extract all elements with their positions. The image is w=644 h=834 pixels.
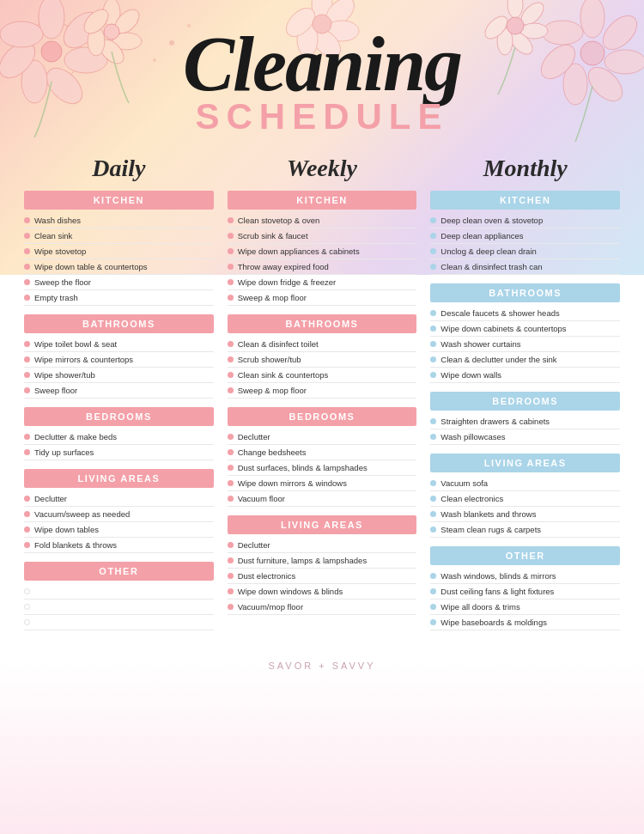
task-text: Deep clean appliances bbox=[440, 231, 523, 240]
task-dot-icon bbox=[430, 217, 436, 223]
task-dot-icon bbox=[228, 449, 234, 455]
task-dot-icon bbox=[24, 542, 30, 548]
task-text: Wipe down fridge & freezer bbox=[238, 277, 337, 287]
task-text: Change bedsheets bbox=[238, 447, 307, 457]
task-dot-icon bbox=[430, 341, 436, 347]
task-list-weekly-living-areas: DeclutterDust furniture, lamps & lampsha… bbox=[228, 538, 417, 615]
task-text: Deep clean oven & stovetop bbox=[440, 216, 543, 225]
task-text: Dust surfaces, blinds & lampshades bbox=[238, 463, 368, 472]
list-item: Wipe down windows & blinds bbox=[228, 584, 417, 600]
list-item: Empty trash bbox=[24, 290, 214, 306]
list-item: Clean & dinsinfect trash can bbox=[430, 259, 620, 275]
task-dot-icon bbox=[24, 279, 30, 285]
list-item: Deep clean appliances bbox=[430, 228, 620, 244]
task-dot-icon bbox=[228, 496, 234, 502]
task-text: Vacuum floor bbox=[238, 494, 285, 503]
list-item: Sweep the floor bbox=[24, 275, 214, 290]
task-text: Declutter bbox=[238, 432, 270, 441]
list-item: Unclog & deep clean drain bbox=[430, 244, 620, 259]
task-dot-icon bbox=[228, 465, 234, 471]
task-dot-icon bbox=[430, 248, 436, 254]
task-text: Clean & declutter under the sink bbox=[440, 355, 556, 364]
task-text: Sweep floor bbox=[34, 386, 77, 395]
list-item: Clean & declutter under the sink bbox=[430, 352, 620, 368]
task-dot-icon bbox=[430, 573, 436, 579]
task-text: Wash windows, blinds & mirrors bbox=[440, 571, 556, 581]
list-item bbox=[24, 600, 214, 615]
list-item: Wipe toilet bowl & seat bbox=[24, 337, 214, 352]
list-item: Wipe down fridge & freezer bbox=[228, 275, 417, 290]
title-cleaning: Cleaning bbox=[0, 26, 644, 103]
task-text: Wipe down walls bbox=[440, 370, 501, 380]
task-dot-icon bbox=[228, 341, 234, 347]
task-text: Straighten drawers & cabinets bbox=[440, 417, 550, 426]
task-dot-icon bbox=[430, 372, 436, 378]
task-text: Sweep & mop floor bbox=[238, 386, 307, 395]
task-dot-icon bbox=[24, 264, 30, 270]
task-dot-icon bbox=[228, 295, 234, 301]
title-schedule: SCHEDULE bbox=[0, 96, 644, 137]
task-dot-icon bbox=[24, 434, 30, 440]
task-list-monthly-bathrooms: Descale faucets & shower headsWipe down … bbox=[430, 306, 620, 383]
task-text: Scrub sink & faucet bbox=[238, 231, 308, 240]
task-text: Vacuum/sweep as needed bbox=[34, 509, 130, 519]
list-item: Throw away expired food bbox=[228, 259, 417, 275]
task-text: Dust furniture, lamps & lampshades bbox=[238, 556, 367, 565]
task-text: Wipe stovetop bbox=[34, 247, 86, 256]
task-text: Wipe down cabinets & countertops bbox=[440, 324, 566, 333]
task-dot-icon bbox=[24, 372, 30, 378]
task-list-weekly-kitchen: Clean stovetop & ovenScrub sink & faucet… bbox=[228, 213, 417, 306]
task-text: Fold blankets & throws bbox=[34, 540, 117, 550]
list-item: Declutter bbox=[228, 429, 417, 445]
task-dot-icon bbox=[228, 248, 234, 254]
task-text: Declutter & make beds bbox=[34, 432, 117, 441]
section-header-weekly-bathrooms: BATHROOMS bbox=[228, 314, 417, 333]
task-list-monthly-bedrooms: Straighten drawers & cabinetsWash pillow… bbox=[430, 414, 620, 445]
task-dot-icon bbox=[430, 264, 436, 270]
task-text: Wipe down tables bbox=[34, 525, 99, 534]
task-list-weekly-bedrooms: DeclutterChange bedsheetsDust surfaces, … bbox=[228, 429, 417, 507]
section-header-monthly-bedrooms: BEDROOMS bbox=[430, 392, 620, 411]
list-item: Scrub sink & faucet bbox=[228, 228, 417, 244]
task-dot-icon bbox=[228, 573, 234, 579]
list-item: Vacuum sofa bbox=[430, 476, 620, 491]
task-list-daily-bathrooms: Wipe toilet bowl & seatWipe mirrors & co… bbox=[24, 337, 214, 399]
task-dot-icon bbox=[228, 233, 234, 239]
task-dot-icon bbox=[24, 295, 30, 301]
list-item: Dust surfaces, blinds & lampshades bbox=[228, 460, 417, 476]
task-list-daily-kitchen: Wash dishesClean sinkWipe stovetopWipe d… bbox=[24, 213, 214, 306]
task-dot-icon bbox=[24, 341, 30, 347]
list-item: Wash windows, blinds & mirrors bbox=[430, 569, 620, 584]
task-dot-icon bbox=[228, 604, 234, 610]
section-header-monthly-bathrooms: BATHROOMS bbox=[430, 283, 620, 302]
task-dot-icon bbox=[24, 619, 30, 625]
task-dot-icon bbox=[430, 434, 436, 440]
task-text: Declutter bbox=[34, 494, 67, 503]
section-header-weekly-kitchen: KITCHEN bbox=[228, 191, 417, 210]
task-text: Wash blankets and throws bbox=[440, 509, 536, 519]
task-text: Vacuum/mop floor bbox=[238, 602, 303, 612]
task-text: Dust electronics bbox=[238, 571, 296, 581]
list-item: Declutter bbox=[228, 538, 417, 553]
task-text: Wipe mirrors & countertops bbox=[34, 355, 133, 364]
task-list-daily-bedrooms: Declutter & make bedsTidy up surfaces bbox=[24, 429, 214, 460]
footer: SAVOR + SAVVY bbox=[0, 656, 644, 684]
task-dot-icon bbox=[228, 557, 234, 563]
task-list-monthly-other: Wash windows, blinds & mirrorsDust ceili… bbox=[430, 569, 620, 630]
section-header-weekly-bedrooms: BEDROOMS bbox=[228, 407, 417, 426]
task-text: Wipe baseboards & moldings bbox=[440, 618, 547, 627]
task-dot-icon bbox=[24, 527, 30, 533]
task-dot-icon bbox=[430, 511, 436, 517]
list-item: Wash shower curtains bbox=[430, 337, 620, 352]
task-dot-icon bbox=[430, 310, 436, 316]
task-list-monthly-kitchen: Deep clean oven & stovetopDeep clean app… bbox=[430, 213, 620, 275]
list-item bbox=[24, 615, 214, 630]
list-item: Fold blankets & throws bbox=[24, 538, 214, 553]
main-content: DailyKITCHENWash dishesClean sinkWipe st… bbox=[0, 146, 644, 656]
task-dot-icon bbox=[24, 233, 30, 239]
task-dot-icon bbox=[24, 511, 30, 517]
task-text: Tidy up surfaces bbox=[34, 447, 94, 457]
list-item: Dust electronics bbox=[228, 569, 417, 584]
list-item: Wipe down cabinets & countertops bbox=[430, 321, 620, 337]
section-header-daily-other: OTHER bbox=[24, 562, 214, 581]
